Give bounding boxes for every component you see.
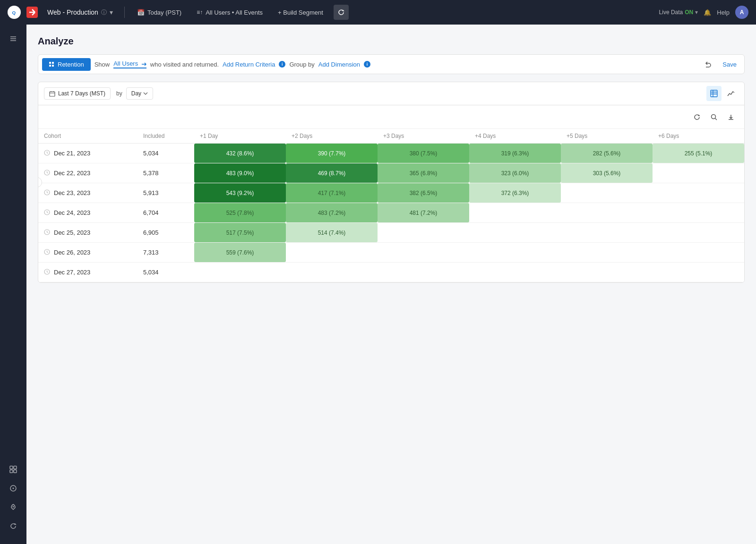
data-cell — [653, 183, 744, 203]
live-data-chevron: ▾ — [695, 9, 698, 16]
by-label: by — [116, 90, 122, 97]
svg-text:Q: Q — [12, 10, 16, 15]
live-data-status: ON — [685, 9, 693, 16]
cohort-cell: Dec 27, 2023 — [38, 263, 137, 282]
data-cell — [653, 263, 744, 282]
data-cell: 525 (7.8%) — [194, 203, 286, 223]
users-events-label: All Users • All Events — [206, 9, 263, 16]
save-btn[interactable]: Save — [719, 59, 740, 70]
data-cell: 517 (7.5%) — [194, 223, 286, 243]
data-cell — [653, 163, 744, 183]
date-range-label: Last 7 Days (MST) — [58, 90, 105, 97]
page-title: Analyze — [38, 36, 745, 47]
sidebar-item-refresh[interactable] — [5, 518, 22, 535]
left-sidebar — [0, 25, 26, 544]
retention-tab[interactable]: Retention — [42, 58, 91, 71]
project-name: Web - Production — [47, 8, 98, 16]
search-table-btn[interactable] — [706, 110, 722, 125]
help-label[interactable]: Help — [717, 9, 730, 16]
data-cell — [378, 223, 469, 243]
col-2days: +2 Days — [286, 129, 378, 144]
show-label: Show — [94, 61, 110, 68]
undo-btn[interactable] — [702, 58, 715, 71]
calendar-icon: 📅 — [137, 9, 145, 16]
data-cell — [561, 203, 653, 223]
data-cell: 382 (6.5%) — [378, 183, 469, 203]
table-container: Cohort Included +1 Day +2 Days +3 Days +… — [38, 129, 744, 282]
table-row: Dec 21, 2023 5,034432 (8.6%)390 (7.7%)38… — [38, 144, 744, 163]
build-segment-btn[interactable]: + Build Segment — [273, 7, 328, 18]
col-cohort: Cohort — [38, 129, 137, 144]
data-cell — [653, 243, 744, 263]
sidebar-item-compass[interactable] — [5, 480, 22, 497]
table-row: Dec 23, 2023 5,913543 (9.2%)417 (7.1%)38… — [38, 183, 744, 203]
data-cell — [561, 183, 653, 203]
cohort-cell: Dec 24, 2023 — [38, 203, 137, 223]
today-filter-btn[interactable]: 📅 Today (PST) — [132, 7, 186, 18]
data-cell: 390 (7.7%) — [286, 144, 378, 163]
filter-icon: ≡↑ — [197, 9, 203, 16]
col-1day: +1 Day — [194, 129, 286, 144]
sidebar-bottom-nav — [5, 461, 22, 538]
sidebar-item-rocket[interactable] — [5, 499, 22, 516]
sidebar-menu-toggle[interactable] — [5, 30, 22, 47]
sidebar-item-grid[interactable] — [5, 461, 22, 478]
cohort-cell: Dec 21, 2023 — [38, 144, 137, 163]
chart-card: ‹ Last 7 Days (MST) by Day — [38, 82, 745, 283]
data-cell — [561, 263, 653, 282]
date-range-btn[interactable]: Last 7 Days (MST) — [44, 87, 111, 100]
cohort-icon — [44, 170, 50, 177]
refresh-btn[interactable] — [334, 5, 349, 20]
analyze-toolbar: Retention Show All Users who visited and… — [38, 54, 745, 74]
cohort-icon — [44, 229, 50, 236]
svg-rect-9 — [14, 466, 17, 469]
included-cell: 5,378 — [137, 163, 194, 183]
project-selector[interactable]: Web - Production ⓘ ▾ — [43, 7, 117, 18]
cohort-icon — [44, 189, 50, 196]
col-3days: +3 Days — [378, 129, 469, 144]
included-cell: 5,034 — [137, 263, 194, 282]
notification-bell[interactable]: 🔔 — [704, 9, 711, 16]
table-row: Dec 26, 2023 7,313559 (7.6%) — [38, 243, 744, 263]
return-criteria-info-icon[interactable]: i — [279, 61, 285, 68]
add-return-criteria-link[interactable]: Add Return Criteria — [223, 61, 275, 68]
download-table-btn[interactable] — [723, 110, 739, 125]
col-6days: +6 Days — [653, 129, 744, 144]
data-cell — [561, 243, 653, 263]
dimension-info-icon[interactable]: i — [364, 61, 370, 68]
table-row: Dec 25, 2023 6,905517 (7.5%)514 (7.4%) — [38, 223, 744, 243]
data-cell: 323 (6.0%) — [469, 163, 561, 183]
users-events-filter-btn[interactable]: ≡↑ All Users • All Events — [192, 7, 267, 18]
chart-view-btn[interactable] — [723, 86, 739, 101]
live-data-label: Live Data — [659, 9, 683, 16]
all-users-link[interactable]: All Users — [113, 60, 146, 68]
data-cell: 282 (5.6%) — [561, 144, 653, 163]
data-cell — [286, 263, 378, 282]
view-toggle-group — [706, 86, 739, 101]
svg-rect-19 — [50, 92, 55, 96]
table-view-btn[interactable] — [706, 86, 722, 101]
refresh-table-btn[interactable] — [689, 110, 704, 125]
cohort-icon — [44, 209, 50, 216]
add-dimension-link[interactable]: Add Dimension — [318, 61, 360, 68]
data-cell — [378, 263, 469, 282]
data-cell: 365 (6.8%) — [378, 163, 469, 183]
data-cell — [469, 243, 561, 263]
app-logo[interactable]: Q — [8, 6, 21, 19]
svg-rect-10 — [10, 470, 13, 473]
table-row: Dec 24, 2023 6,704525 (7.8%)483 (7.2%)48… — [38, 203, 744, 223]
retention-tab-label: Retention — [58, 61, 84, 68]
data-cell — [561, 223, 653, 243]
svg-rect-18 — [52, 65, 54, 67]
included-cell: 7,313 — [137, 243, 194, 263]
cohort-cell: Dec 26, 2023 — [38, 243, 137, 263]
data-cell — [378, 243, 469, 263]
included-cell: 5,913 — [137, 183, 194, 203]
cohort-icon — [44, 150, 50, 157]
project-icon — [26, 7, 38, 18]
user-avatar[interactable]: A — [735, 6, 748, 19]
data-cell: 483 (7.2%) — [286, 203, 378, 223]
live-data-indicator[interactable]: Live Data ON ▾ — [659, 9, 698, 16]
svg-rect-11 — [14, 470, 17, 473]
day-select[interactable]: Day — [126, 87, 153, 100]
